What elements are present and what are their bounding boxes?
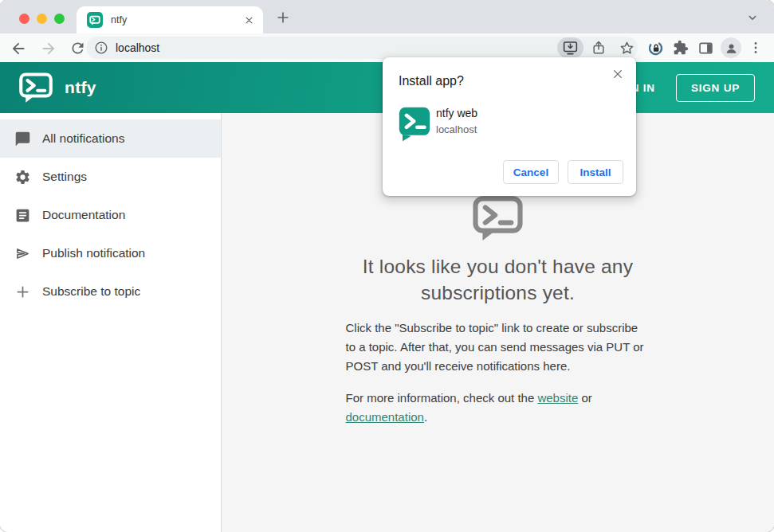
ntfy-logo-icon xyxy=(346,196,650,244)
tab-close-icon[interactable] xyxy=(241,12,257,28)
empty-state-paragraph: Click the "Subscribe to topic" link to c… xyxy=(346,319,650,376)
sidebar-item-label: All notifications xyxy=(42,131,124,146)
sidebar-item-label: Publish notification xyxy=(42,246,145,260)
dialog-app-origin: localhost xyxy=(436,123,477,135)
back-icon[interactable] xyxy=(9,39,27,57)
sidebar-item-label: Subscribe to topic xyxy=(42,284,140,299)
ntfy-app-icon xyxy=(399,107,430,140)
sidebar: All notifications Settings Documentation… xyxy=(0,113,222,532)
side-panel-icon[interactable] xyxy=(697,39,714,57)
browser-window: ntfy localhost xyxy=(0,0,774,532)
dialog-title: Install app? xyxy=(399,74,464,88)
plus-icon xyxy=(14,284,31,300)
tab-search-chevron-icon[interactable] xyxy=(744,9,761,26)
documentation-link[interactable]: documentation xyxy=(346,410,424,424)
window-close-button[interactable] xyxy=(19,14,29,24)
dialog-close-icon[interactable] xyxy=(609,65,627,83)
sidebar-item-label: Documentation xyxy=(42,208,125,222)
dialog-app-name: ntfy web xyxy=(436,107,477,119)
window-minimize-button[interactable] xyxy=(37,14,47,24)
reload-icon[interactable] xyxy=(69,39,87,57)
paragraph-text: For more information, check out the xyxy=(346,391,538,405)
sidebar-item-publish-notification[interactable]: Publish notification xyxy=(0,234,221,272)
tab-favicon-icon xyxy=(87,12,103,28)
empty-state-links-paragraph: For more information, check out the webs… xyxy=(346,389,650,427)
sign-up-button[interactable]: SIGN UP xyxy=(676,74,755,102)
cancel-button[interactable]: Cancel xyxy=(503,160,559,184)
brand-title: ntfy xyxy=(65,78,96,97)
empty-state-heading: It looks like you don't have any subscri… xyxy=(346,253,650,306)
address-bar[interactable]: localhost xyxy=(86,37,638,59)
install-button[interactable]: Install xyxy=(568,160,623,184)
sidebar-item-label: Settings xyxy=(42,170,87,184)
install-app-icon[interactable] xyxy=(560,38,580,57)
window-zoom-button[interactable] xyxy=(54,14,65,24)
browser-tab[interactable]: ntfy xyxy=(77,6,263,33)
url-text: localhost xyxy=(116,37,159,59)
sidebar-item-all-notifications[interactable]: All notifications xyxy=(0,119,221,158)
gear-icon xyxy=(14,169,31,186)
tab-title: ntfy xyxy=(111,14,241,25)
article-icon xyxy=(14,207,31,224)
site-info-icon[interactable] xyxy=(93,40,109,56)
sidebar-item-subscribe-to-topic[interactable]: Subscribe to topic xyxy=(0,272,221,311)
sidebar-item-documentation[interactable]: Documentation xyxy=(0,196,221,234)
bookmark-star-icon[interactable] xyxy=(617,38,636,57)
forward-icon[interactable] xyxy=(39,39,57,57)
send-icon xyxy=(14,245,31,262)
browser-menu-icon[interactable] xyxy=(748,39,764,57)
lock-extension-icon[interactable] xyxy=(646,39,664,57)
empty-state: It looks like you don't have any subscri… xyxy=(346,196,650,427)
profile-icon[interactable] xyxy=(721,37,741,58)
sidebar-item-settings[interactable]: Settings xyxy=(0,158,221,196)
paragraph-text: or xyxy=(578,391,592,405)
paragraph-text: . xyxy=(424,410,427,424)
chat-icon xyxy=(14,131,31,147)
extensions-icon[interactable] xyxy=(672,39,690,57)
install-app-dialog: Install app? ntfy web localhost Cancel I… xyxy=(383,57,636,196)
tab-strip: ntfy xyxy=(0,0,774,33)
new-tab-button[interactable] xyxy=(273,8,293,27)
ntfy-logo-icon xyxy=(19,72,53,103)
website-link[interactable]: website xyxy=(537,391,578,405)
share-icon[interactable] xyxy=(589,38,608,57)
